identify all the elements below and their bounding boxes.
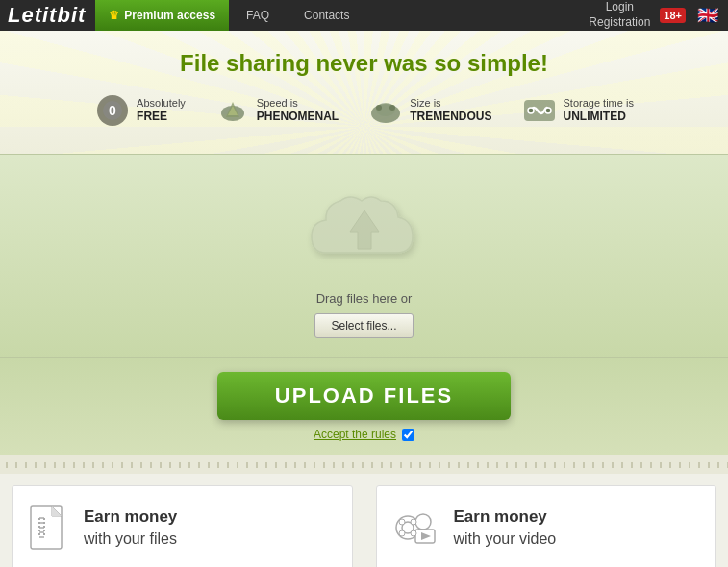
speed-icon	[214, 92, 251, 129]
accept-rules-row: Accept the rules	[19, 428, 709, 441]
feature-free-text: Absolutely FREE	[137, 96, 186, 125]
infinity-icon	[521, 92, 558, 129]
earn-money-files-text: Earn money with your files	[84, 505, 177, 550]
svg-point-11	[528, 108, 534, 113]
accept-rules-checkbox[interactable]	[402, 429, 414, 441]
svg-point-9	[389, 105, 395, 111]
drag-text: Drag files here or	[19, 291, 709, 306]
video-icon	[392, 506, 440, 549]
svg-point-8	[376, 105, 382, 111]
crown-icon: ♛	[109, 9, 119, 22]
premium-nav-item[interactable]: ♛ Premium access	[95, 0, 229, 31]
wave-divider	[0, 455, 728, 474]
contacts-link[interactable]: Contacts	[287, 0, 366, 31]
feature-size: Size is TREMENDOUS	[367, 92, 491, 129]
svg-text:0: 0	[109, 103, 116, 118]
age-badge: 18+	[660, 8, 686, 23]
login-registration[interactable]: Login Registration	[589, 0, 650, 30]
cloud-upload-icon	[302, 184, 427, 280]
feature-free: 0 Absolutely FREE	[94, 92, 186, 129]
size-icon	[367, 92, 404, 129]
feature-size-text: Size is TREMENDOUS	[410, 96, 491, 125]
earn-money-video-text: Earn money with your video	[454, 505, 557, 550]
svg-point-26	[415, 514, 431, 530]
svg-point-32	[411, 530, 416, 536]
logo-text: Letitbit	[8, 3, 86, 27]
upload-files-button[interactable]: UPLOAD FILES	[217, 372, 511, 420]
svg-point-31	[399, 530, 405, 536]
premium-label: Premium access	[124, 9, 215, 22]
faq-link[interactable]: FAQ	[229, 0, 287, 31]
logo[interactable]: Letitbit	[8, 3, 86, 28]
earn-money-files-card: Earn money with your files	[12, 485, 353, 567]
svg-point-12	[545, 108, 551, 113]
zip-file-icon	[28, 504, 70, 552]
free-icon: 0	[94, 92, 131, 129]
upload-button-section: UPLOAD FILES Accept the rules	[0, 358, 728, 455]
feature-speed-text: Speed is PHENOMENAL	[257, 96, 339, 125]
feature-storage: Storage time is UNLIMITED	[521, 92, 634, 129]
upload-section: Drag files here or Select files...	[0, 154, 728, 358]
header-right: Login Registration 18+ 🇬🇧	[589, 0, 720, 30]
hero-section: File sharing never was so simple! 0 Abso…	[0, 31, 728, 154]
svg-point-29	[399, 519, 405, 525]
feature-storage-text: Storage time is UNLIMITED	[564, 96, 634, 125]
select-files-button[interactable]: Select files...	[314, 313, 413, 338]
earn-money-video-card: Earn money with your video	[376, 485, 717, 567]
feature-speed: Speed is PHENOMENAL	[214, 92, 339, 129]
language-flag[interactable]: 🇬🇧	[695, 7, 720, 24]
features-list: 0 Absolutely FREE Speed is PHENOMENAL	[10, 92, 718, 129]
accept-rules-link[interactable]: Accept the rules	[314, 428, 396, 441]
bottom-cards: Earn money with your files Earn money wi…	[0, 474, 728, 567]
hero-title: File sharing never was so simple!	[10, 50, 718, 77]
header: Letitbit ♛ Premium access FAQ Contacts L…	[0, 0, 728, 31]
svg-point-30	[411, 519, 416, 525]
